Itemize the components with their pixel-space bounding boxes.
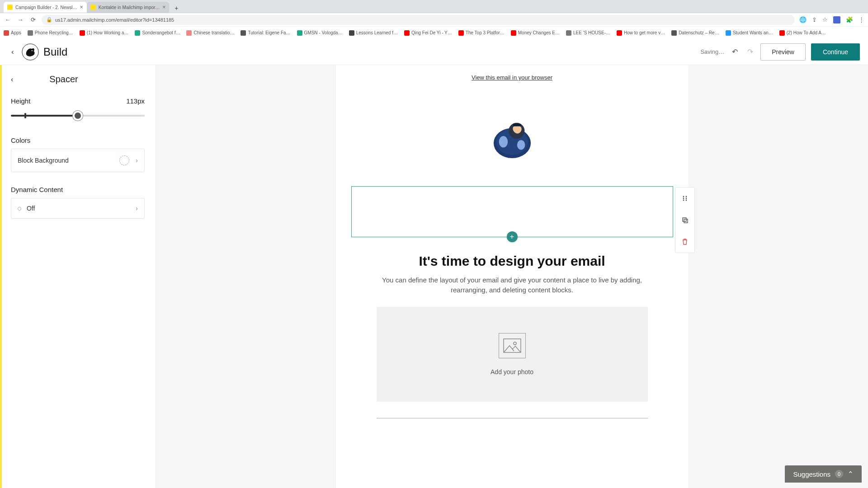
height-slider[interactable] [11,108,145,123]
dynamic-content-title: Dynamic Content [11,186,145,193]
divider [377,418,648,418]
browser-nav-row: ← → ⟳ 🔒 us17.admin.mailchimp.com/email/e… [0,13,868,26]
bookmark-item[interactable]: Datenschutz – Re… [671,30,719,36]
bookmark-item[interactable]: Qing Fei De Yi - Y… [404,30,452,36]
bookmark-item[interactable]: Apps [4,30,21,36]
preview-button[interactable]: Preview [760,43,806,61]
hero-subtitle: You can define the layout of your email … [336,269,689,307]
bookmark-favicon-icon [80,30,85,36]
drag-handle-icon[interactable] [675,188,694,209]
bookmark-label: How to get more v… [624,30,665,35]
block-background-row[interactable]: Block Background › [11,149,145,172]
browser-action-icons: 🌐 ⇪ ☆ 🧩 ⋮ [799,16,864,23]
svg-point-17 [514,342,516,345]
dynamic-content-row[interactable]: Off › [11,198,145,219]
address-bar[interactable]: 🔒 us17.admin.mailchimp.com/email/editor?… [42,15,795,25]
bookmark-favicon-icon [241,30,246,36]
view-online-link[interactable]: View this email in your browser [472,74,552,81]
bookmark-label: Student Wants an… [733,30,773,35]
undo-icon[interactable]: ↶ [730,47,740,56]
bookmark-item[interactable]: (2) How To Add A… [779,30,826,36]
bookmark-favicon-icon [617,30,622,36]
bookmark-label: (2) How To Add A… [787,30,826,35]
chevron-right-icon: › [136,205,138,212]
bookmark-item[interactable]: Money Changes E… [511,30,560,36]
extensions-icon[interactable]: 🧩 [846,16,853,23]
height-label: Height [11,97,30,105]
bookmark-item[interactable]: Student Wants an… [726,30,773,36]
bookmark-favicon-icon [511,30,516,36]
nav-forward-icon[interactable]: → [16,16,24,24]
bookmark-favicon-icon [458,30,464,36]
bookmark-item[interactable]: How to get more v… [617,30,665,36]
logo-block [336,86,689,186]
block-action-toolbar [675,187,695,253]
sidebar-title: Spacer [49,74,78,84]
radio-dot-icon [18,207,21,211]
bookmark-label: Phone Recycling… [35,30,73,35]
svg-point-12 [683,200,684,201]
bookmark-favicon-icon [4,30,9,36]
back-button[interactable]: ‹ [8,48,17,56]
bookmark-favicon-icon [726,30,731,36]
share-icon[interactable]: ⇪ [812,16,817,23]
mailchimp-logo-icon [22,43,39,61]
close-icon[interactable]: × [162,4,165,10]
favicon-icon [7,5,13,10]
menu-icon[interactable]: ⋮ [859,16,864,23]
brand-logo-icon [490,117,534,159]
bookmark-label: (1) How Working a… [87,30,129,35]
browser-tab-active[interactable]: Campaign Builder - 2. Newsl… × [4,2,87,13]
svg-point-10 [683,198,684,199]
star-icon[interactable]: ☆ [822,16,828,23]
add-block-button[interactable]: + [507,231,518,242]
bookmark-item[interactable]: The Top 3 Platfor… [458,30,505,36]
slider-thumb[interactable] [73,111,83,121]
bookmark-item[interactable]: Lessons Learned f… [349,30,398,36]
bookmark-label: The Top 3 Platfor… [466,30,505,35]
lock-icon: 🔒 [46,17,52,23]
bookmark-item[interactable]: Phone Recycling… [28,30,73,36]
svg-point-8 [683,196,684,197]
browser-tab[interactable]: Kontakte in Mailchimp impor… × [87,2,170,13]
delete-icon[interactable] [675,231,694,253]
spacer-block[interactable]: + [351,186,673,237]
block-background-label: Block Background [18,157,69,164]
close-icon[interactable]: × [80,4,83,10]
bookmark-item[interactable]: Sonderangebot f… [135,30,180,36]
spacer-block-wrap: + [336,186,689,237]
bookmark-favicon-icon [28,30,33,36]
svg-point-1 [32,50,33,51]
bookmark-label: Datenschutz – Re… [679,30,719,35]
svg-point-11 [685,198,687,199]
bookmark-favicon-icon [135,30,140,36]
translate-icon[interactable]: 🌐 [799,16,807,23]
bookmark-item[interactable]: GMSN - Vologda… [297,30,343,36]
suggestions-panel-toggle[interactable]: Suggestions 0 ⌃ [785,465,862,483]
nav-back-icon[interactable]: ← [4,16,12,24]
continue-button[interactable]: Continue [811,43,860,61]
bookmark-item[interactable]: LEE 'S HOUSE-… [566,30,610,36]
chevron-right-icon: › [136,157,138,164]
bookmark-item[interactable]: Chinese translatio… [186,30,234,36]
tab-strip: Campaign Builder - 2. Newsl… × Kontakte … [0,0,868,13]
suggestions-count: 0 [835,470,843,478]
duplicate-icon[interactable] [675,209,694,231]
bookmark-favicon-icon [671,30,677,36]
bookmark-label: Qing Fei De Yi - Y… [411,30,452,35]
url-text: us17.admin.mailchimp.com/email/editor?id… [55,17,174,23]
nav-reload-icon[interactable]: ⟳ [29,16,37,24]
bookmark-item[interactable]: (1) How Working a… [80,30,129,36]
bookmark-favicon-icon [297,30,302,36]
profile-icon[interactable] [833,16,840,23]
add-photo-block[interactable]: Add your photo [377,307,648,402]
new-tab-button[interactable]: + [172,4,181,13]
bookmark-item[interactable]: Tutorial: Eigene Fa… [241,30,290,36]
bookmark-label: Money Changes E… [518,30,560,35]
svg-point-9 [685,196,687,197]
suggestions-label: Suggestions [793,470,830,478]
sidebar-back-button[interactable]: ‹ [11,75,13,84]
tab-title: Kontakte in Mailchimp impor… [99,5,160,10]
svg-rect-16 [504,339,521,352]
bookmark-favicon-icon [566,30,571,36]
